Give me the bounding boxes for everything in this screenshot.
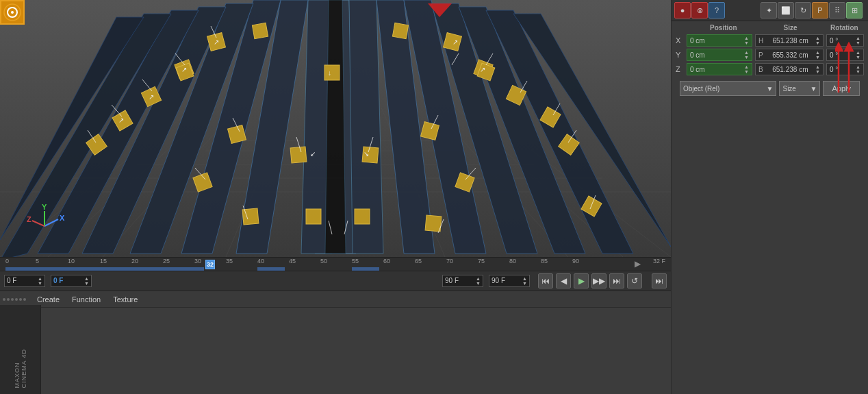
panel-btn-stop[interactable]: ⊗ [691,2,708,19]
coord-row-y: Y 0 cm ▲ ▼ P 655.332 cm ▲ ▼ 0 ° ▲ [676,49,864,61]
size-y-input[interactable]: P 655.332 cm ▲ ▼ [755,49,824,61]
size-dropdown[interactable]: Size ▼ [779,81,820,96]
size-z-input[interactable]: B 651.238 cm ▲ ▼ [755,63,824,75]
panel-btn-scale[interactable]: ⬜ [778,2,794,19]
tick-75: 75 [478,258,485,264]
panel-btn-param[interactable]: P [812,2,828,19]
size-y-down[interactable]: ▼ [815,55,820,60]
record-btn[interactable]: ⏭ [652,273,667,288]
panel-coord-section: Position Size Rotation X 0 cm ▲ ▼ H 651.… [672,21,868,101]
frame-current-field[interactable]: 0 F ▲ ▼ [51,275,92,287]
panel-view-icons: ✦ ⬜ ↻ P ⠿ ⊞ [761,2,863,19]
frame-end-field[interactable]: 90 F ▲ ▼ [442,275,483,287]
panel-btn-grid[interactable]: ⠿ [829,2,845,19]
rotation-x-input[interactable]: 0 ° ▲ ▼ [826,34,864,47]
tick-55: 55 [352,258,359,264]
end-frame-label: 32 F [653,258,665,264]
tick-85: 85 [541,258,548,264]
pos-x-down[interactable]: ▼ [744,40,749,45]
rot-z-down[interactable]: ▼ [856,69,860,74]
goto-end-btn[interactable]: ⏭ [609,273,624,288]
play-btn[interactable]: ▶ [574,273,589,288]
app-logo [0,0,25,25]
tick-90: 90 [572,258,579,264]
tick-0: 0 [5,258,9,264]
rot-x-up[interactable]: ▲ [856,36,860,40]
panel-btn-record[interactable]: ● [674,2,691,19]
position-x-arrows: ▲ ▼ [744,34,749,47]
timeline-ruler[interactable]: 0 5 10 15 20 25 30 35 40 45 50 55 60 65 … [0,257,671,271]
tick-70: 70 [446,258,453,264]
coord-row-x: X 0 cm ▲ ▼ H 651.238 cm ▲ ▼ 0 ° [676,34,864,47]
current-frame-marker[interactable]: 32 [205,260,215,269]
timeline-scroll-right[interactable]: ▶ [635,259,641,269]
svg-point-2 [11,11,14,14]
svg-rect-56 [306,209,321,224]
panel-btn-rotate[interactable]: ↻ [795,2,811,19]
loop-btn[interactable]: ↺ [627,273,642,288]
tick-50: 50 [320,258,327,264]
maxon-logo: MAXON CINEMA 4D [0,305,41,394]
pos-z-up[interactable]: ▲ [744,64,749,69]
coord-row-z: Z 0 cm ▲ ▼ B 651.238 cm ▲ ▼ 0 ° ▲ [676,63,864,75]
svg-rect-57 [355,209,370,224]
pos-z-down[interactable]: ▼ [744,69,749,74]
menu-create[interactable]: Create [31,294,65,305]
size-x-down[interactable]: ▼ [815,40,820,45]
size-x-input[interactable]: H 651.238 cm ▲ ▼ [755,34,824,47]
svg-text:↙: ↙ [310,150,316,158]
position-z-input[interactable]: 0 cm ▲ ▼ [687,63,752,75]
position-z-arrows: ▲ ▼ [744,63,749,75]
goto-start-btn[interactable]: ⏮ [538,273,553,288]
size-z-up[interactable]: ▲ [815,64,820,69]
panel-btn-layout[interactable]: ⊞ [846,2,863,19]
frame-start-field[interactable]: 0 F ▲ ▼ [4,275,45,287]
rotation-z-arrows: ▲ ▼ [856,63,860,75]
panel-grip [3,298,26,301]
tick-60: 60 [383,258,390,264]
apply-button[interactable]: Apply [823,81,860,96]
svg-rect-40 [290,147,307,163]
object-rel-dropdown[interactable]: Object (Rel) ▼ [680,81,776,96]
rotation-y-input[interactable]: 0 ° ▲ ▼ [826,49,864,61]
frame-end2-field[interactable]: 90 F ▲ ▼ [489,275,530,287]
step-forward-btn[interactable]: ▶▶ [591,273,607,288]
position-y-arrows: ▲ ▼ [744,49,749,61]
svg-rect-53 [324,65,340,80]
position-y-input[interactable]: 0 cm ▲ ▼ [687,49,752,61]
menu-texture[interactable]: Texture [107,294,143,305]
panel-btn-move[interactable]: ✦ [761,2,777,19]
rot-y-up[interactable]: ▲ [856,50,860,55]
size-header: Size [762,24,819,32]
rotation-z-input[interactable]: 0 ° ▲ ▼ [826,63,864,75]
size-z-arrows: ▲ ▼ [815,63,820,75]
size-y-up[interactable]: ▲ [815,50,820,55]
rotation-y-arrows: ▲ ▼ [856,49,860,61]
size-x-up[interactable]: ▲ [815,36,820,40]
tick-35: 35 [226,258,233,264]
svg-text:X: X [60,214,65,222]
panel-col-headers: Position Size Rotation [676,24,864,32]
size-z-down[interactable]: ▼ [815,69,820,74]
svg-text:Z: Z [27,215,31,223]
svg-rect-39 [252,23,268,38]
panel-btn-help[interactable]: ? [709,2,725,19]
panel-icon-toolbar: ● ⊗ ? ✦ ⬜ ↻ P ⠿ ⊞ [672,0,868,21]
svg-text:↗: ↗ [480,66,485,73]
uv-menu-bar: Create Function Texture [0,291,671,308]
rot-x-down[interactable]: ▼ [856,40,860,45]
pos-x-up[interactable]: ▲ [744,36,749,40]
svg-text:↗: ↗ [181,66,187,73]
svg-text:Y: Y [42,203,47,211]
rot-z-up[interactable]: ▲ [856,64,860,69]
menu-function[interactable]: Function [66,294,106,305]
pos-y-up[interactable]: ▲ [744,50,749,55]
size-x-arrows: ▲ ▼ [815,34,820,47]
pos-y-down[interactable]: ▼ [744,55,749,60]
rot-y-down[interactable]: ▼ [856,55,860,60]
position-x-input[interactable]: 0 cm ▲ ▼ [687,34,752,47]
tick-5: 5 [36,258,39,264]
z-axis-label: Z [676,65,684,73]
tick-10: 10 [68,258,75,264]
step-back-btn[interactable]: ◀ [556,273,571,288]
